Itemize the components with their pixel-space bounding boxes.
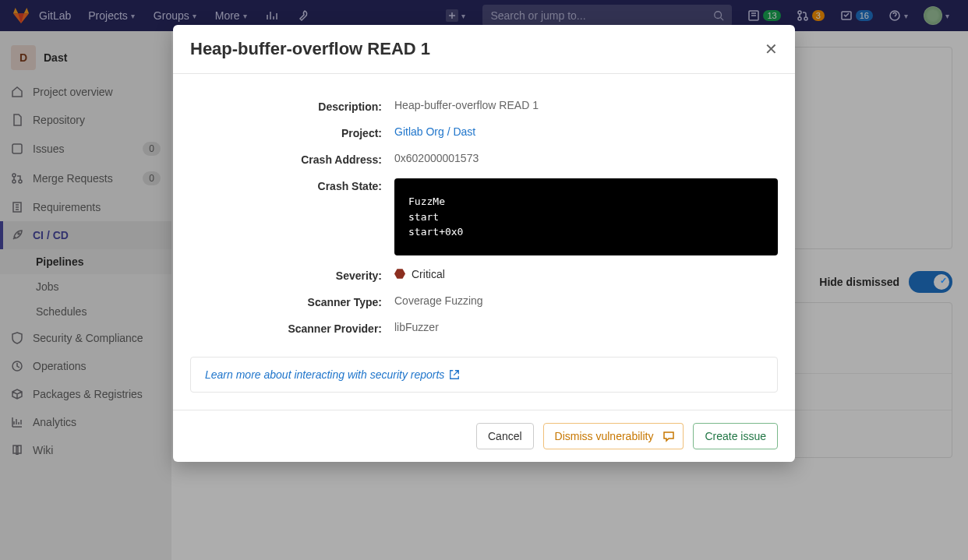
severity-value: Critical	[412, 268, 445, 280]
description-value: Heap-buffer-overflow READ 1	[394, 99, 778, 111]
vulnerability-modal: Heap-buffer-overflow READ 1 ✕ Descriptio…	[173, 25, 795, 462]
dismiss-button-group: Dismiss vulnerability	[543, 423, 684, 449]
cancel-button[interactable]: Cancel	[476, 423, 534, 449]
create-issue-button[interactable]: Create issue	[693, 423, 778, 449]
project-label: Project:	[190, 125, 382, 139]
dismiss-vulnerability-button[interactable]: Dismiss vulnerability	[543, 423, 666, 449]
crash-address-label: Crash Address:	[190, 152, 382, 166]
crash-state-code: FuzzMe start start+0x0	[394, 178, 778, 255]
severity-label: Severity:	[190, 268, 382, 282]
dismiss-comment-button[interactable]	[655, 423, 684, 449]
check-icon: ✓	[940, 276, 947, 286]
learn-more-link[interactable]: Learn more about interacting with securi…	[205, 368, 460, 381]
modal-body: Description: Heap-buffer-overflow READ 1…	[173, 74, 795, 410]
modal-title: Heap-buffer-overflow READ 1	[190, 39, 430, 59]
modal-footer: Cancel Dismiss vulnerability Create issu…	[173, 410, 795, 462]
learn-more-panel: Learn more about interacting with securi…	[190, 357, 778, 393]
external-link-icon	[449, 369, 460, 380]
scanner-type-value: Coverage Fuzzing	[394, 294, 778, 307]
scanner-type-label: Scanner Type:	[190, 294, 382, 308]
close-icon: ✕	[765, 41, 778, 58]
comment-icon	[662, 430, 675, 442]
description-label: Description:	[190, 99, 382, 113]
crash-state-label: Crash State:	[190, 178, 382, 192]
project-link[interactable]: Gitlab Org / Dast	[394, 125, 475, 138]
crash-address-value: 0x602000001573	[394, 152, 778, 164]
close-button[interactable]: ✕	[765, 40, 778, 58]
scanner-provider-value: libFuzzer	[394, 321, 778, 333]
modal-header: Heap-buffer-overflow READ 1 ✕	[173, 25, 795, 74]
scanner-provider-label: Scanner Provider:	[190, 321, 382, 335]
severity-hexagon-icon	[394, 269, 405, 280]
